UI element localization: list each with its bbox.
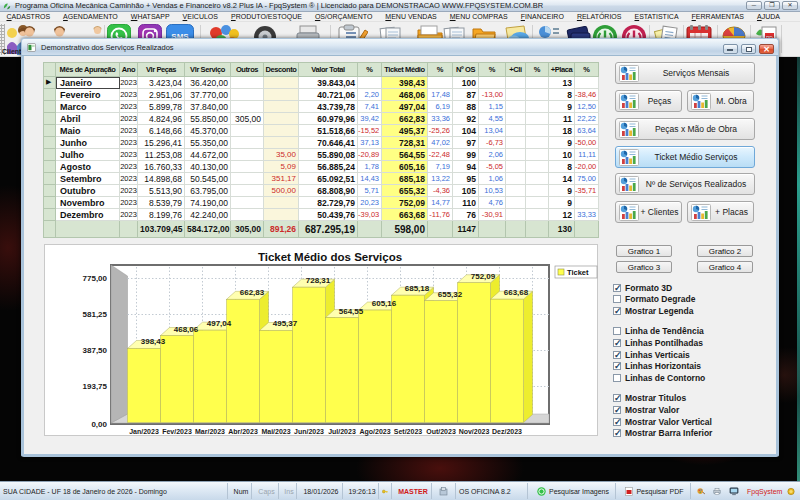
cell[interactable]: 12,50 (575, 101, 599, 113)
cell[interactable] (506, 137, 526, 149)
cell[interactable]: Agosto (56, 161, 120, 173)
cell[interactable] (526, 197, 549, 209)
checkbox-row[interactable]: Mostrar Legenda (613, 305, 694, 316)
column-header[interactable]: Valor Total (299, 63, 358, 77)
bar-Mar/2023[interactable] (194, 330, 227, 422)
cell[interactable] (231, 125, 264, 137)
bar-Out/2023[interactable] (425, 301, 458, 423)
checkbox-row[interactable]: Mostrar Valor (613, 405, 679, 416)
menu-item-relat-rios[interactable]: RELATÓRIOS (577, 13, 622, 20)
cell[interactable]: 15.296,41 (138, 137, 185, 149)
row-selector[interactable]: ▶ (44, 77, 56, 89)
window-maximize-button[interactable] (741, 44, 756, 54)
cell[interactable]: 655,32 (382, 185, 428, 197)
cell[interactable]: 2023 (120, 125, 138, 137)
menu-item-menu-compras[interactable]: MENU COMPRAS (450, 13, 508, 20)
table-row-outubro[interactable]: Outubro20235.513,9063.795,00500,0068.808… (44, 185, 599, 197)
cell[interactable]: 88 (453, 101, 479, 113)
bar-Ago/2023[interactable] (359, 310, 392, 422)
cell[interactable]: 495,37 (382, 125, 428, 137)
cell[interactable] (231, 197, 264, 209)
cell[interactable]: 305,00 (231, 113, 264, 125)
cell[interactable]: 12 (549, 209, 575, 221)
cell[interactable] (264, 77, 299, 89)
checkbox-checked-icon[interactable] (613, 429, 621, 437)
cell[interactable] (479, 77, 506, 89)
checkbox-row[interactable]: Mostrar Valor Vertical (613, 416, 712, 427)
cell[interactable]: Fevereiro (56, 89, 120, 101)
cell[interactable]: 497,04 (382, 101, 428, 113)
panel-button--placas[interactable]: + Placas (687, 201, 754, 223)
cell[interactable]: 9 (549, 137, 575, 149)
cell[interactable]: 11.253,08 (138, 149, 185, 161)
cell[interactable] (526, 149, 549, 161)
column-header[interactable]: % (358, 63, 382, 77)
cell[interactable]: 74.190,00 (185, 197, 231, 209)
cell[interactable]: 33,36 (428, 113, 453, 125)
cell[interactable]: 94 (453, 161, 479, 173)
cell[interactable]: 7,19 (428, 161, 453, 173)
cell[interactable] (264, 137, 299, 149)
cell[interactable]: 104 (453, 125, 479, 137)
cell[interactable] (231, 89, 264, 101)
row-selector[interactable] (44, 173, 56, 185)
cell[interactable] (526, 101, 549, 113)
cell[interactable]: Novembro (56, 197, 120, 209)
cell[interactable]: -35,71 (575, 185, 599, 197)
checkbox-row[interactable]: Linhas de Contorno (613, 373, 705, 384)
table-row-junho[interactable]: Junho202315.296,4155.350,0070.646,4137,1… (44, 137, 599, 149)
table-row-agosto[interactable]: Agosto202316.760,3340.130,005,0956.885,2… (44, 161, 599, 173)
cell[interactable]: 2023 (120, 137, 138, 149)
cell[interactable]: 22,22 (575, 113, 599, 125)
window-close-button[interactable]: ✕ (759, 44, 774, 54)
menu-item-ferramentas[interactable]: FERRAMENTAS (692, 13, 744, 20)
menu-item-agendamento[interactable]: AGENDAMENTO (63, 13, 118, 20)
cell[interactable]: 37.840,00 (185, 101, 231, 113)
cell[interactable]: 6.148,66 (138, 125, 185, 137)
cell[interactable]: Dezembro (56, 209, 120, 221)
cell[interactable]: 2.951,06 (138, 89, 185, 101)
cell[interactable]: 5,09 (264, 161, 299, 173)
cell[interactable]: 752,09 (382, 197, 428, 209)
checkbox-checked-icon[interactable] (613, 418, 621, 426)
cell[interactable]: 33,33 (575, 209, 599, 221)
table-row-julho[interactable]: Julho202311.253,0844.672,0035,0055.890,0… (44, 149, 599, 161)
cell[interactable]: 50.439,76 (299, 209, 358, 221)
cell[interactable]: 100 (453, 77, 479, 89)
cell[interactable]: 76 (453, 209, 479, 221)
column-header[interactable] (44, 63, 56, 77)
cell[interactable]: Julho (56, 149, 120, 161)
cell[interactable]: 39,42 (358, 113, 382, 125)
row-selector[interactable] (44, 209, 56, 221)
cell[interactable]: 728,31 (382, 137, 428, 149)
cell[interactable]: 2023 (120, 197, 138, 209)
column-header[interactable]: +Placa (549, 63, 575, 77)
cell[interactable]: 75,00 (575, 173, 599, 185)
cell[interactable]: 14,77 (428, 197, 453, 209)
cell[interactable]: 18 (549, 125, 575, 137)
cell[interactable]: 11 (549, 113, 575, 125)
cell[interactable]: 6,19 (428, 101, 453, 113)
cell[interactable] (231, 77, 264, 89)
cell[interactable] (264, 89, 299, 101)
cell[interactable]: Abril (56, 113, 120, 125)
cell[interactable]: 9 (549, 197, 575, 209)
bar-Set/2023[interactable] (392, 295, 425, 422)
cell[interactable]: 55.350,00 (185, 137, 231, 149)
cell[interactable] (506, 101, 526, 113)
cell[interactable]: 4,55 (479, 113, 506, 125)
row-selector[interactable] (44, 113, 56, 125)
menu-item-produto-estoque[interactable]: PRODUTO/ESTOQUE (231, 13, 302, 20)
cell[interactable]: 35,00 (264, 149, 299, 161)
cell[interactable]: 92 (453, 113, 479, 125)
cell[interactable]: 60.979,96 (299, 113, 358, 125)
cell[interactable]: 2023 (120, 113, 138, 125)
cell[interactable]: 82.729,79 (299, 197, 358, 209)
cell[interactable]: -13,00 (479, 89, 506, 101)
grafico-button-2[interactable]: Grafico 2 (697, 245, 753, 257)
cell[interactable] (231, 149, 264, 161)
row-selector[interactable] (44, 137, 56, 149)
cell[interactable]: 2023 (120, 77, 138, 89)
cell[interactable]: 4.824,96 (138, 113, 185, 125)
cell[interactable]: 4,76 (479, 197, 506, 209)
